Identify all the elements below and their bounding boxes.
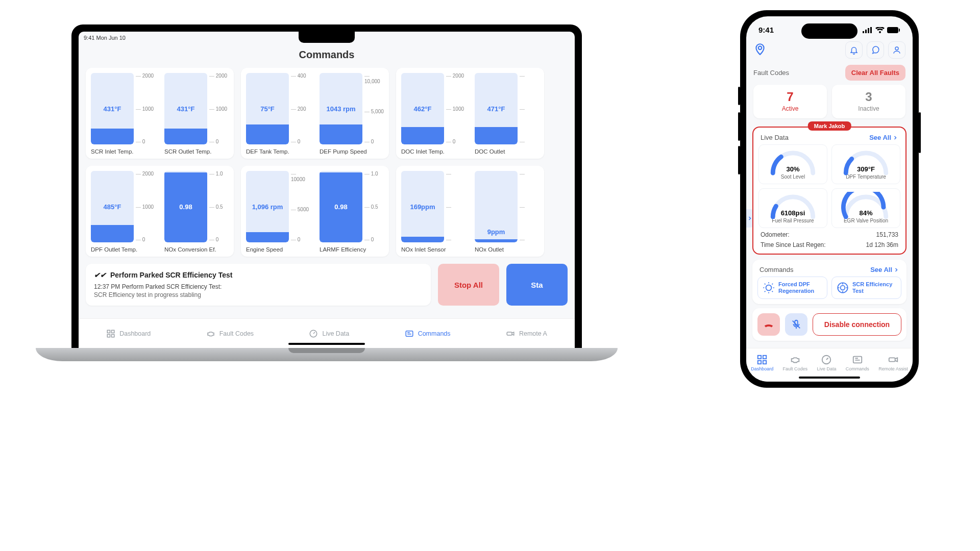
tab-live-data[interactable]: Live Data: [817, 354, 836, 371]
dial-card[interactable]: 6108psi Fuel Rail Pressure: [758, 188, 827, 228]
gauge-value: 1,096 rpm: [246, 203, 289, 211]
inactive-count: 3: [834, 90, 903, 104]
gauge-value: 471°F: [475, 105, 518, 113]
gauge-card[interactable]: 75°F 400 200 0 DEF Tank Temp.: [246, 73, 310, 155]
gauge-ticks: [446, 171, 465, 242]
battery-icon: [887, 27, 900, 33]
gauge-label: DEF Tank Temp.: [246, 148, 310, 155]
dial-card[interactable]: 84% EGR Valve Position: [831, 188, 900, 228]
gauge-label: DOC Inlet Temp.: [401, 148, 465, 155]
commands-icon: [852, 354, 863, 365]
gauge-card[interactable]: 431°F 2000 1000 0 SCR Inlet Temp.: [91, 73, 155, 155]
tab-dashboard[interactable]: Dashboard: [106, 329, 151, 338]
tab-dashboard-label: Dashboard: [119, 330, 151, 337]
test-line-1: 12:37 PM Perform Parked SCR Efficiency T…: [94, 283, 423, 290]
tab-remote-assist[interactable]: Remote A: [506, 329, 547, 338]
call-bar: Disable connection: [752, 308, 906, 341]
engine-icon: [790, 354, 801, 365]
gauge-label: DEF Pump Speed: [320, 148, 384, 155]
tab-commands[interactable]: Commands: [846, 354, 869, 371]
gauge-group: 462°F 2000 1000 0 DOC Inlet Temp. 471°F: [396, 68, 544, 159]
gauge-value: 1043 rpm: [320, 105, 362, 113]
disable-connection-button[interactable]: Disable connection: [813, 313, 901, 336]
scr-efficiency-test-button[interactable]: SCR Efficiency Test: [831, 277, 901, 299]
svg-rect-22: [763, 360, 766, 363]
gauge-card[interactable]: 0.98 1.0 0.5 0 NOx Conversion Ef.: [164, 171, 229, 253]
clear-all-faults-button[interactable]: Clear All Faults: [845, 65, 905, 81]
test-row: ✔︎✔︎ Perform Parked SCR Efficiency Test …: [86, 264, 568, 306]
bar-gauge: 1043 rpm 10,000 5,000 0: [320, 73, 384, 144]
live-data-header: Live Data See All: [758, 133, 900, 144]
svg-rect-20: [763, 355, 766, 358]
brand-logo[interactable]: [753, 42, 767, 58]
gauge-card[interactable]: 1043 rpm 10,000 5,000 0 DEF Pump Speed: [320, 73, 384, 155]
svg-rect-2: [107, 334, 110, 337]
tab-fault-codes-label: Fault Codes: [219, 330, 254, 337]
mic-off-icon: [791, 319, 802, 330]
tab-remote-assist[interactable]: Remote Assist: [878, 354, 908, 371]
stop-all-button[interactable]: Stop All: [438, 264, 499, 306]
checkmarks-icon: ✔︎✔︎: [94, 271, 106, 279]
gauge-ticks: 400 200 0: [291, 73, 310, 144]
cellular-icon: [863, 27, 873, 33]
gauge-group: 431°F 2000 1000 0 SCR Inlet Temp. 431°F …: [86, 68, 234, 159]
regen-row: Time Since Last Regen: 1d 12h 36m: [758, 238, 900, 248]
live-data-see-all[interactable]: See All: [869, 134, 898, 141]
inactive-faults-card[interactable]: 3 Inactive: [832, 85, 905, 118]
gauge-ticks: [520, 171, 539, 242]
dial-card[interactable]: 30% Soot Level: [758, 144, 827, 184]
hangup-button[interactable]: [757, 313, 780, 336]
tab-fault-codes[interactable]: Fault Codes: [206, 329, 254, 338]
svg-rect-11: [887, 27, 898, 33]
gauge-card[interactable]: 431°F 2000 1000 0 SCR Outlet Temp.: [164, 73, 229, 155]
svg-rect-0: [107, 330, 110, 333]
profile-button[interactable]: [888, 41, 905, 59]
status-indicators: [863, 27, 900, 33]
commands-header: Commands See All: [757, 265, 901, 277]
gauge-card[interactable]: 0.98 1.0 0.5 0 LARMF Efficiency: [320, 171, 384, 253]
svg-rect-8: [865, 30, 867, 33]
notifications-button[interactable]: [845, 41, 863, 59]
bar-gauge: 471°F: [475, 73, 539, 144]
gauge-icon: [309, 329, 318, 338]
gauge-value: 9ppm: [475, 228, 518, 236]
tab-live-data[interactable]: Live Data: [309, 329, 349, 338]
gauge-ticks: 2000 1000 0: [209, 73, 229, 144]
gauge-card[interactable]: 462°F 2000 1000 0 DOC Inlet Temp.: [401, 73, 465, 155]
tab-remote-label: Remote A: [519, 330, 547, 337]
laptop-screen: 9:41 Mon Jun 10 Commands 431°F 2000 1000…: [79, 32, 575, 348]
active-faults-card[interactable]: 7 Active: [753, 85, 827, 118]
gauge-card[interactable]: 169ppm NOx Inlet Sensor: [401, 171, 465, 253]
tab-fault-codes-label: Fault Codes: [783, 366, 808, 371]
gauge-card[interactable]: 1,096 rpm 10000 5000 0 Engine Speed: [246, 171, 310, 253]
commands-see-all[interactable]: See All: [870, 266, 899, 273]
gauge-card[interactable]: 9ppm NOx Outlet: [475, 171, 539, 253]
engine-icon: [206, 329, 215, 338]
dial-card[interactable]: 309°F DPF Temperature: [831, 144, 900, 184]
status-time: 9:41: [758, 26, 774, 34]
page-title: Commands: [79, 44, 575, 68]
dial-gauge: [834, 192, 898, 219]
mute-button[interactable]: [785, 313, 807, 336]
gauge-card[interactable]: 485°F 2000 1000 0 DPF Outlet Temp.: [91, 171, 155, 253]
phone-header: [746, 38, 913, 64]
test-line-2: SCR Efficiency test in progress stabling: [94, 291, 423, 298]
fault-codes-label: Fault Codes: [753, 69, 789, 77]
gauges-row-2: 485°F 2000 1000 0 DPF Outlet Temp. 0.98 …: [79, 166, 575, 264]
gauge-card[interactable]: 471°F DOC Outlet: [475, 73, 539, 155]
start-button[interactable]: Sta: [506, 264, 568, 306]
tab-commands[interactable]: Commands: [405, 329, 451, 338]
inactive-label: Inactive: [834, 105, 903, 112]
dashboard-icon: [106, 329, 115, 338]
tab-fault-codes[interactable]: Fault Codes: [783, 354, 808, 371]
svg-point-14: [895, 47, 898, 50]
chat-button[interactable]: [867, 41, 884, 59]
bar-gauge: 169ppm: [401, 171, 465, 242]
chat-icon: [871, 45, 880, 55]
bar-gauge: 431°F 2000 1000 0: [164, 73, 229, 144]
svg-rect-10: [870, 27, 872, 33]
tab-dashboard[interactable]: Dashboard: [751, 354, 773, 371]
tab-dashboard-label: Dashboard: [751, 366, 773, 371]
tab-commands-label: Commands: [418, 330, 451, 337]
forced-dpf-regen-button[interactable]: Forced DPF Regeneration: [757, 277, 827, 299]
